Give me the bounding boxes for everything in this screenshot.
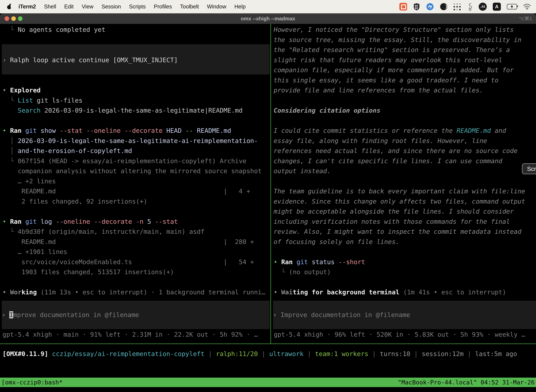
menu-item-window[interactable]: Window: [203, 4, 230, 10]
text-segment: evidence. Since this change only affects…: [274, 198, 525, 205]
text-segment: •: [2, 87, 10, 94]
menu-item-profiles[interactable]: Profiles: [150, 4, 176, 10]
text-segment: README.md | 4 +: [2, 187, 250, 195]
text-segment: README.md | 280 +: [2, 238, 254, 245]
pane-divider-horizontal[interactable]: [0, 344, 536, 344]
terminal-line: review. Also, I might want to inspect th…: [274, 227, 536, 237]
right-model-status: gpt-5.4 xhigh · 96% left · 520K in · 5.8…: [274, 330, 525, 340]
terminal-line: │ and-the-erosion-of-copyleft.md: [2, 146, 270, 156]
terminal-line: › Ralph loop active continue [OMX_TMUX_I…: [2, 55, 270, 65]
text-segment: |: [410, 350, 422, 357]
text-segment: turns:10: [380, 350, 410, 357]
tmux-session-label[interactable]: [omx-cczip0:bash*: [1, 379, 62, 386]
terminal-line: might be acceptable alongside the file l…: [274, 206, 536, 217]
text-segment: └: [2, 97, 18, 104]
dots-grid-icon[interactable]: [454, 3, 461, 10]
right-agent-pane[interactable]: However, I noticed the "Directory Struct…: [274, 25, 536, 298]
terminal-line: companion file, especially if more comme…: [274, 65, 536, 75]
terminal-line: [274, 247, 536, 257]
tmux-host-clock: "MacBook-Pro-44.local" 04:52 31-Mar-26: [398, 379, 535, 386]
text-segment: the "Related research writing" section i…: [274, 46, 510, 53]
text-segment: of focusing solely on file lines.: [274, 238, 399, 245]
text-segment: provide file and line references from th…: [274, 87, 483, 94]
text-segment: └: [2, 228, 18, 235]
text-segment: output instead.: [274, 167, 331, 175]
screen-share-label: Scre: [527, 165, 536, 172]
text-segment: 2026-03-09-is-legal-the-same-as-legitima…: [41, 107, 243, 114]
terminal-line: [2, 206, 270, 217]
terminal-line: evidence. Since this change only affects…: [274, 196, 536, 206]
terminal-line: including verification notes with those …: [274, 217, 536, 227]
menu-item-help[interactable]: Help: [230, 4, 250, 10]
terminal-line: However, I noticed the "Directory Struct…: [274, 25, 536, 35]
shield-app-icon[interactable]: [413, 3, 420, 10]
text-segment: List: [18, 97, 33, 104]
text-segment: -n: [136, 218, 147, 225]
text-segment: including verification notes with those …: [274, 218, 510, 225]
crescent-circle-app-icon[interactable]: [440, 3, 448, 10]
text-segment: might be acceptable alongside the file l…: [274, 208, 514, 215]
menu-item-scripts[interactable]: Scripts: [125, 4, 150, 10]
text-segment: essay file, along with finding root file…: [274, 137, 487, 144]
right-prompt-input[interactable]: › Improve documentation in @filename: [273, 301, 536, 329]
text-segment: └: [2, 157, 18, 165]
text-segment: slight risk that future readers may over…: [274, 56, 502, 64]
squiggle-app-icon[interactable]: [467, 2, 473, 11]
terminal-line: src/voice/voiceModeEnabled.ts | 54 +: [2, 257, 270, 267]
menu-item-edit[interactable]: Edit: [60, 4, 77, 10]
text-segment: README.md: [456, 127, 491, 134]
terminal-line: The team guideline is to back every impo…: [274, 186, 536, 196]
text-segment: last:5m ago: [475, 350, 517, 357]
text-segment: ›: [273, 311, 281, 318]
text-segment: references need actual files, and since …: [274, 147, 517, 154]
menu-item-toolbelt[interactable]: Toolbelt: [176, 4, 203, 10]
text-segment: git: [297, 258, 312, 266]
terminal-line: • Waiting for background terminal (1m 41…: [274, 287, 536, 297]
terminal-line: └ No agents completed yet: [2, 25, 270, 35]
omx-session-status-line: [OMX#0.11.9] cczip/essay/ai-reimplementa…: [2, 349, 517, 359]
terminal-line: [274, 176, 536, 186]
left-agent-pane[interactable]: └ No agents completed yet› Ralph loop ac…: [2, 25, 270, 298]
menu-item-shell[interactable]: Shell: [40, 4, 60, 10]
text-segment: └: [274, 268, 289, 275]
text-segment: [2, 107, 18, 114]
chat-app-icon[interactable]: [399, 3, 407, 10]
battery-percent-badge-icon[interactable]: ..61: [479, 3, 487, 11]
terminal-line: [2, 277, 270, 287]
text-segment: the source tree, missing the essay. Stil…: [274, 36, 522, 43]
menu-item-view[interactable]: View: [78, 4, 98, 10]
text-segment: (1m 41s • esc to interrupt): [399, 289, 506, 296]
terminal-line: companion analysis without altering the …: [2, 166, 270, 176]
wifi-icon[interactable]: [523, 4, 531, 10]
pane-divider-vertical[interactable]: [270, 24, 271, 344]
text-segment: |: [464, 350, 475, 357]
terminal-line: the source tree, missing the essay. Stil…: [274, 35, 536, 45]
screen-share-overlay-chip[interactable]: Scre: [522, 163, 536, 174]
terminal-line: [2, 65, 270, 75]
terminal-viewport[interactable]: └ No agents completed yet› Ralph loop ac…: [0, 24, 536, 392]
text-segment: (11m 13s • esc to interrupt) · 1 backgro…: [37, 289, 265, 296]
text-segment: Wai: [281, 289, 293, 296]
left-prompt-input[interactable]: › Improve documentation in @filename: [2, 301, 270, 329]
text-segment: Ran: [10, 127, 25, 134]
terminal-line: provide file and line references from th…: [274, 85, 536, 95]
terminal-line: essay file, along with finding root file…: [274, 136, 536, 146]
terminal-line: slight risk that future readers may over…: [274, 55, 536, 65]
terminal-line: • Explored: [2, 85, 270, 95]
left-prompt-text: › Improve documentation in @filename: [2, 310, 139, 320]
menu-item-session[interactable]: Session: [97, 4, 125, 10]
text-segment: ›: [2, 56, 10, 64]
text-segment: However, I noticed the "Directory Struct…: [274, 26, 514, 33]
bolt-circle-app-icon[interactable]: [426, 3, 434, 10]
terminal-line: of focusing solely on file lines.: [274, 237, 536, 247]
menu-item-app[interactable]: iTerm2: [14, 4, 40, 10]
letter-a-app-icon[interactable]: A: [493, 3, 501, 11]
battery-charging-icon[interactable]: [507, 4, 517, 9]
terminal-line: references need actual files, and since …: [274, 146, 536, 156]
terminal-line: [2, 45, 270, 55]
apple-menu-icon[interactable]: [7, 4, 12, 10]
text-segment: src/voice/voiceModeEnabled.ts | 54 +: [2, 258, 254, 266]
text-segment: Ralph loop active continue [OMX_TMUX_INJ…: [10, 56, 178, 64]
text-segment: … +2 lines: [2, 177, 56, 185]
terminal-line: Considering citation options: [274, 105, 536, 116]
